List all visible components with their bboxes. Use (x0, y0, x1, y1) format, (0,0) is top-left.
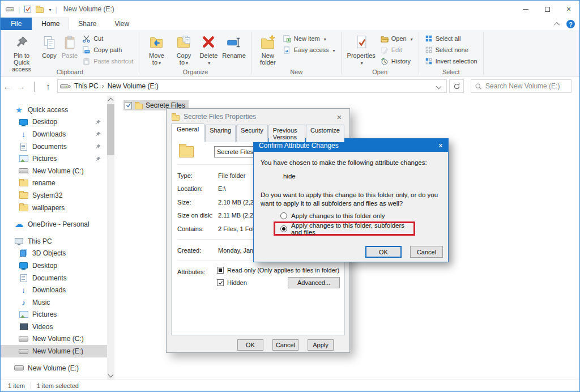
sidebar-item[interactable]: Quick access (1, 104, 107, 116)
move-to-button[interactable]: Move to (143, 32, 170, 68)
paste-shortcut-button[interactable]: Paste shortcut (80, 56, 135, 67)
search-box[interactable] (471, 79, 572, 93)
folder-icon (179, 146, 194, 157)
pin-to-quick-access-button[interactable]: Pin to Quick access (4, 32, 39, 74)
tab-share[interactable]: Share (69, 18, 105, 30)
radio-folder-subfolders-files[interactable]: Apply changes to this folder, subfolders… (275, 222, 413, 236)
radio-folder-only[interactable]: Apply changes to this folder only (280, 212, 385, 219)
sidebar-item[interactable]: rename (1, 177, 107, 190)
pin-icon (95, 119, 101, 125)
forward-arrow-icon[interactable]: → (14, 82, 28, 91)
folder-icon (19, 203, 28, 212)
breadcrumb-new-volume-e[interactable]: New Volume (E:) (104, 82, 162, 90)
new-item-button[interactable]: New item (280, 33, 338, 44)
refresh-button[interactable] (449, 79, 464, 93)
scroll-down-icon[interactable] (108, 372, 114, 378)
copy-button[interactable]: Copy (39, 32, 59, 60)
select-none-button[interactable]: Select none (423, 44, 480, 56)
tab-previous-versions[interactable]: Previous Versions (268, 125, 305, 142)
search-input[interactable] (485, 82, 568, 90)
tab-file[interactable]: File (1, 18, 32, 30)
tab-customize[interactable]: Customize (306, 125, 344, 142)
qat-dropdown-caret-icon[interactable] (48, 5, 51, 13)
created-label: Created: (177, 247, 218, 254)
properties-button[interactable]: Properties (345, 32, 378, 68)
sidebar-item[interactable]: Documents (1, 272, 107, 284)
back-arrow-icon[interactable]: ← (1, 82, 14, 91)
hidden-checkbox[interactable] (217, 279, 224, 286)
sidebar-item[interactable]: New Volume (C:) (1, 333, 107, 346)
up-arrow-icon[interactable]: ↑ (41, 82, 55, 91)
recent-locations-chevron-icon[interactable] (28, 82, 41, 91)
cut-icon (82, 35, 91, 43)
scrollbar-thumb[interactable] (107, 104, 114, 155)
sidebar-item[interactable]: Desktop (1, 259, 107, 272)
sidebar-item[interactable]: New Volume (C:) (1, 165, 107, 177)
select-all-button[interactable]: Select all (423, 33, 480, 44)
qat-properties-icon[interactable] (24, 5, 32, 13)
address-dropdown-icon[interactable] (436, 83, 442, 89)
sidebar-item[interactable]: System32 (1, 189, 107, 202)
radio-button-icon[interactable] (280, 212, 287, 219)
sidebar-item[interactable]: Music (1, 296, 107, 309)
sidebar-item[interactable]: This PC (1, 235, 107, 248)
sidebar-item[interactable]: Pictures (1, 309, 107, 321)
scroll-up-icon[interactable] (108, 98, 114, 104)
tab-security[interactable]: Security (236, 125, 268, 142)
tab-sharing[interactable]: Sharing (205, 125, 236, 142)
history-icon (380, 57, 389, 66)
copy-path-button[interactable]: Copy path (80, 44, 135, 56)
cut-button[interactable]: Cut (80, 33, 135, 44)
apply-button[interactable]: Apply (308, 339, 334, 351)
sidebar-item[interactable]: 3D Objects (1, 248, 107, 260)
confirm-cancel-button[interactable]: Cancel (410, 246, 443, 258)
breadcrumb-this-pc[interactable]: This PC (71, 82, 102, 90)
dropdown-caret-icon (185, 59, 188, 66)
help-icon[interactable]: ? (566, 20, 575, 28)
invert-selection-button[interactable]: Invert selection (423, 56, 480, 67)
sidebar-item[interactable]: Documents (1, 140, 107, 153)
sidebar-scrollbar[interactable] (107, 96, 114, 380)
minimize-button[interactable] (515, 1, 536, 18)
paste-icon (62, 33, 78, 52)
new-folder-button[interactable]: New folder (255, 32, 280, 67)
open-button[interactable]: Open (378, 33, 415, 44)
sidebar-item[interactable]: wallpapers (1, 202, 107, 214)
item-checkbox[interactable] (125, 102, 132, 109)
cancel-button[interactable]: Cancel (272, 339, 298, 351)
video-icon (19, 322, 28, 331)
easy-access-button[interactable]: Easy access (280, 44, 338, 56)
close-icon[interactable]: × (334, 112, 344, 122)
sidebar-item[interactable]: OneDrive - Personal (1, 218, 107, 231)
size-label: Size: (177, 199, 218, 206)
sidebar-item[interactable]: Desktop (1, 116, 107, 129)
separator: | (55, 5, 57, 14)
maximize-button[interactable] (536, 1, 558, 18)
advanced-button[interactable]: Advanced... (288, 277, 340, 288)
tab-home[interactable]: Home (32, 18, 69, 30)
confirm-ok-button[interactable]: OK (365, 246, 402, 258)
sidebar-item[interactable]: New Volume (E:) (1, 345, 107, 357)
sidebar-item[interactable]: Downloads (1, 128, 107, 140)
copy-to-button[interactable]: Copy to (170, 32, 197, 68)
sidebar-item[interactable]: New Volume (E:) (1, 362, 107, 374)
history-button[interactable]: History (378, 56, 415, 67)
delete-button[interactable]: Delete (197, 32, 220, 68)
paste-button[interactable]: Paste (59, 32, 80, 60)
radio-button-selected-icon[interactable] (280, 225, 287, 232)
rename-button[interactable]: Rename (220, 32, 248, 60)
group-open: Properties Open Edit (342, 30, 419, 76)
sidebar-item[interactable]: Pictures (1, 152, 107, 165)
group-new: New folder New item Easy access (252, 30, 341, 76)
edit-button[interactable]: Edit (378, 44, 415, 56)
qat-new-folder-icon[interactable] (36, 7, 44, 13)
tab-view[interactable]: View (105, 18, 138, 30)
readonly-checkbox[interactable] (217, 267, 224, 274)
tab-general[interactable]: General (171, 123, 204, 142)
breadcrumb[interactable]: This PC New Volume (E:) (57, 79, 447, 93)
close-icon[interactable]: × (438, 141, 443, 150)
ok-button[interactable]: OK (237, 339, 263, 351)
close-button[interactable]: × (558, 1, 579, 18)
sidebar-item[interactable]: Videos (1, 321, 107, 333)
sidebar-item[interactable]: Downloads (1, 284, 107, 296)
